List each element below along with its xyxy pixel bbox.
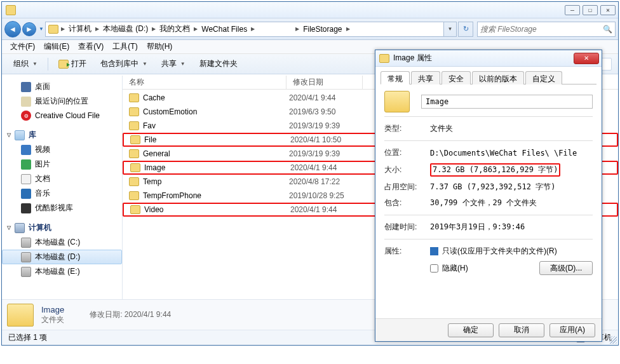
- tab-customize[interactable]: 自定义: [525, 71, 562, 84]
- dialog-close-button[interactable]: ✕: [574, 53, 599, 64]
- file-name: Image: [144, 163, 290, 172]
- maximize-button[interactable]: ☐: [583, 5, 598, 15]
- pictures-icon: [21, 159, 31, 170]
- breadcrumb-item[interactable]: 计算机: [66, 24, 94, 34]
- window-titlebar[interactable]: — ☐ ✕: [2, 2, 618, 18]
- hidden-checkbox[interactable]: [430, 264, 438, 273]
- detail-modified: 修改日期: 2020/4/1 9:44: [90, 309, 171, 320]
- breadcrumb[interactable]: ▶ 计算机 ▶ 本地磁盘 (D:) ▶ 我的文档 ▶ WeChat Files …: [45, 22, 444, 37]
- breadcrumb-dropdown[interactable]: ▼: [444, 22, 457, 37]
- include-in-library-button[interactable]: 包含到库中▼: [95, 57, 152, 71]
- nav-desktop[interactable]: 桌面: [2, 79, 122, 94]
- file-name: TempFromPhone: [143, 191, 289, 200]
- resize-grip[interactable]: [609, 336, 617, 344]
- folder-icon: [379, 54, 389, 63]
- search-input[interactable]: [480, 25, 603, 34]
- hidden-label: 隐藏(H): [442, 263, 468, 274]
- folder-icon: [130, 135, 140, 144]
- breadcrumb-root-icon: [48, 25, 58, 34]
- chevron-right-icon[interactable]: ▶: [294, 26, 300, 32]
- nav-disk-d[interactable]: 本地磁盘 (D:): [2, 250, 122, 264]
- column-name[interactable]: 名称: [123, 76, 286, 89]
- folder-icon: [6, 5, 16, 15]
- open-icon: [58, 60, 69, 69]
- folder-icon: [384, 91, 410, 112]
- chevron-right-icon[interactable]: ▶: [345, 26, 351, 32]
- prop-size-on-disk-value: 7.37 GB (7,923,392,512 字节): [430, 182, 555, 192]
- nav-computer-header[interactable]: ▽计算机: [2, 220, 122, 235]
- tab-strip: 常规 共享 安全 以前的版本 自定义: [381, 71, 596, 84]
- nav-creative-cloud[interactable]: ⊙Creative Cloud File: [2, 109, 122, 123]
- recent-icon: [21, 97, 31, 107]
- file-date: 2020/4/8 17:22: [289, 177, 340, 186]
- tab-general[interactable]: 常规: [381, 71, 410, 84]
- file-name: Cache: [143, 93, 289, 102]
- nav-recent[interactable]: 最近访问的位置: [2, 94, 122, 109]
- file-date: 2020/4/1 9:44: [290, 163, 337, 172]
- nav-back-button[interactable]: ◄: [4, 21, 21, 37]
- file-name: Temp: [143, 177, 289, 186]
- nav-youku[interactable]: 优酷影视库: [2, 201, 122, 215]
- chevron-right-icon[interactable]: ▶: [250, 26, 256, 32]
- menu-file[interactable]: 文件(F): [6, 41, 39, 52]
- nav-documents[interactable]: 文档: [2, 172, 122, 186]
- file-name: File: [144, 135, 290, 144]
- file-name: General: [143, 149, 289, 158]
- navigation-pane[interactable]: 桌面 最近访问的位置 ⊙Creative Cloud File ▽库 视频 图片…: [2, 76, 123, 304]
- menu-view[interactable]: 查看(V): [74, 41, 108, 52]
- nav-disk-e[interactable]: 本地磁盘 (E:): [2, 264, 122, 279]
- nav-forward-button[interactable]: ►: [22, 22, 36, 36]
- minimize-button[interactable]: —: [565, 5, 580, 15]
- properties-dialog: Image 属性 ✕ 常规 共享 安全 以前的版本 自定义 类型:文件夹 位置:…: [375, 50, 602, 342]
- nav-videos[interactable]: 视频: [2, 142, 122, 157]
- menu-help[interactable]: 帮助(H): [142, 41, 177, 52]
- file-name: CustomEmotion: [143, 107, 289, 116]
- tree-collapse-icon: ▽: [7, 225, 11, 231]
- desktop-icon: [21, 82, 31, 92]
- ok-button[interactable]: 确定: [448, 323, 494, 337]
- prop-location-label: 位置:: [384, 147, 430, 158]
- refresh-button[interactable]: ↻: [458, 22, 473, 37]
- new-folder-button[interactable]: 新建文件夹: [194, 57, 243, 71]
- folder-name-input[interactable]: [421, 95, 593, 109]
- share-button[interactable]: 共享▼: [156, 57, 191, 71]
- nav-pictures[interactable]: 图片: [2, 157, 122, 172]
- tab-security[interactable]: 安全: [441, 71, 471, 84]
- detail-type: 文件夹: [41, 314, 64, 325]
- dialog-titlebar[interactable]: Image 属性 ✕: [375, 50, 602, 67]
- nav-history-dropdown[interactable]: ▼: [37, 21, 45, 37]
- folder-icon: [7, 304, 34, 327]
- chevron-right-icon[interactable]: ▶: [192, 26, 199, 32]
- breadcrumb-item[interactable]: 本地磁盘 (D:): [100, 24, 151, 34]
- open-button[interactable]: 打开: [53, 57, 91, 71]
- readonly-checkbox[interactable]: [430, 247, 438, 255]
- breadcrumb-item[interactable]: FileStorage: [300, 25, 344, 34]
- chevron-right-icon[interactable]: ▶: [94, 26, 100, 32]
- disk-icon: [21, 238, 31, 248]
- detail-title: Image: [41, 305, 64, 314]
- menu-tools[interactable]: 工具(T): [108, 41, 142, 52]
- file-date: 2019/6/3 9:50: [289, 107, 335, 116]
- advanced-button[interactable]: 高级(D)...: [539, 261, 593, 275]
- search-box[interactable]: 🔍: [477, 22, 616, 37]
- prop-contains-value: 30,799 个文件，29 个文件夹: [430, 198, 537, 208]
- column-date[interactable]: 修改日期: [286, 76, 363, 89]
- chevron-right-icon[interactable]: ▶: [60, 26, 66, 32]
- folder-icon: [129, 191, 139, 200]
- nav-libraries-header[interactable]: ▽库: [2, 128, 122, 142]
- nav-music[interactable]: 音乐: [2, 186, 122, 201]
- tab-previous-versions[interactable]: 以前的版本: [472, 71, 524, 84]
- nav-disk-c[interactable]: 本地磁盘 (C:): [2, 235, 122, 250]
- menu-edit[interactable]: 编辑(E): [39, 41, 74, 52]
- breadcrumb-item[interactable]: 我的文档: [157, 24, 192, 34]
- breadcrumb-item[interactable]: WeChat Files: [199, 25, 250, 34]
- close-button[interactable]: ✕: [600, 5, 616, 15]
- computer-icon: [15, 223, 25, 233]
- cancel-button[interactable]: 取消: [499, 323, 544, 337]
- file-date: 2019/3/19 9:39: [289, 149, 340, 158]
- chevron-right-icon[interactable]: ▶: [151, 26, 157, 32]
- organize-button[interactable]: 组织▼: [8, 57, 43, 71]
- tab-sharing[interactable]: 共享: [411, 71, 440, 84]
- apply-button[interactable]: 应用(A): [549, 323, 595, 337]
- search-icon: 🔍: [603, 25, 612, 34]
